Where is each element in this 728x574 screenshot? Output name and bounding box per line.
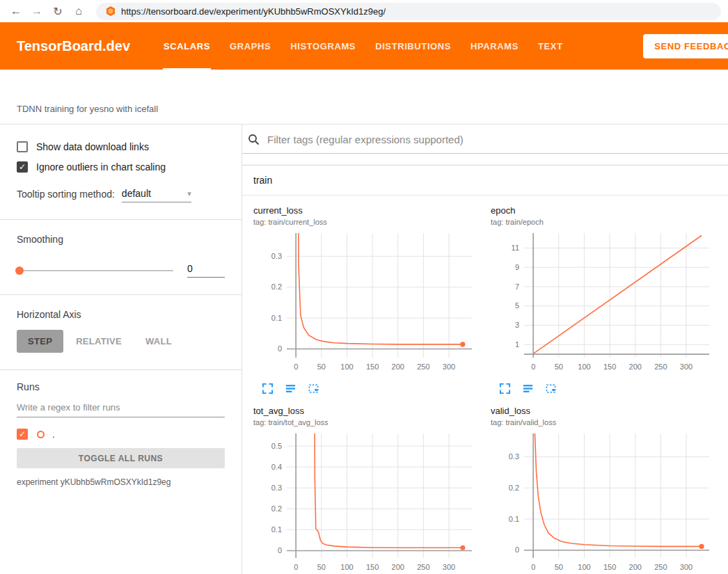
runs-selector-icon[interactable] [285,383,296,394]
svg-text:0: 0 [294,563,298,571]
svg-text:7: 7 [515,282,519,291]
svg-text:0: 0 [515,545,519,554]
svg-text:0.3: 0.3 [271,252,282,260]
tooltip-sorting-select[interactable]: default ▾ [122,188,191,202]
svg-text:250: 250 [417,563,429,571]
axis-relative-button[interactable]: RELATIVE [65,330,133,353]
run-row[interactable]: ✓ . [17,429,225,440]
svg-text:0.4: 0.4 [271,463,282,471]
svg-text:200: 200 [629,362,642,371]
toggle-all-runs-button[interactable]: TOGGLE ALL RUNS [17,448,225,468]
svg-text:0.2: 0.2 [509,484,519,492]
url-text: https://tensorboard.dev/experiment/yKUbh… [121,6,386,17]
tag-group-header[interactable]: train [242,166,728,196]
svg-text:0: 0 [278,344,282,353]
horizontal-axis-label: Horizontal Axis [17,295,225,320]
svg-text:200: 200 [392,362,404,371]
svg-text:300: 300 [443,563,455,571]
runs-regex-input[interactable] [17,392,225,417]
tab-distributions[interactable]: DISTRIBUTIONS [365,22,461,70]
runs-label: Runs [17,370,225,392]
show-download-links-checkbox-row[interactable]: ✓ Show data download links [17,141,225,152]
fit-domain-icon[interactable] [308,383,319,394]
axis-step-button[interactable]: STEP [17,330,63,353]
svg-text:150: 150 [366,563,379,571]
chart-tag: tag: train/epoch [491,218,722,226]
chart-tile-epoch: epoch tag: train/epoch 05010015020025030… [491,205,728,406]
send-feedback-button[interactable]: SEND FEEDBACK [643,34,728,58]
chart-tile-tot-avg-loss: tot_avg_loss tag: train/tot_avg_loss 050… [253,406,491,574]
svg-text:250: 250 [654,563,667,571]
svg-text:100: 100 [340,362,353,371]
line-chart[interactable]: 05010015020025030000.10.20.3 [491,428,722,574]
tab-graphs[interactable]: GRAPHS [220,22,280,70]
ignore-outliers-checkbox-row[interactable]: ✓ Ignore outliers in chart scaling [17,161,225,173]
svg-text:0.1: 0.1 [271,525,282,534]
forward-button[interactable]: → [28,2,46,20]
chart-tile-current-loss: current_loss tag: train/current_loss 050… [253,205,491,406]
address-bar[interactable]: https://tensorboard.dev/experiment/yKUbh… [96,3,721,20]
charts-grid: current_loss tag: train/current_loss 050… [242,196,728,574]
smoothing-label: Smoothing [17,220,225,245]
chevron-down-icon: ▾ [187,189,191,198]
chart-tag: tag: train/valid_loss [491,418,722,426]
ignore-outliers-checkbox[interactable]: ✓ [17,161,28,173]
check-icon: ✓ [19,163,26,171]
tag-group-card: train current_loss tag: train/current_lo… [242,165,728,574]
reload-button[interactable]: ↻ [49,2,67,20]
experiment-id-label: experiment yKUbhb5wRmOSXYkId1z9eg [17,477,225,487]
svg-text:3: 3 [515,321,519,329]
tag-filter-row [242,126,728,154]
tab-histograms[interactable]: HISTOGRAMS [280,22,365,70]
tab-hparams[interactable]: HPARAMS [461,22,528,70]
settings-sidebar: ✓ Show data download links ✓ Ignore outl… [0,125,242,574]
svg-text:0: 0 [278,546,282,555]
home-button[interactable]: ⌂ [70,2,88,20]
svg-text:150: 150 [366,362,379,371]
show-download-links-label: Show data download links [36,141,149,152]
line-chart[interactable]: 05010015020025030000.10.20.30.40.5 [253,428,485,574]
tag-filter-input[interactable] [266,133,722,146]
slider-thumb[interactable] [15,266,24,275]
expand-chart-icon[interactable] [262,383,274,394]
svg-text:300: 300 [443,362,455,371]
chart-title: tot_avg_loss [253,406,485,416]
nav-tabs: SCALARS GRAPHS HISTOGRAMS DISTRIBUTIONS … [154,22,573,70]
line-chart[interactable]: 05010015020025030000.10.20.3 [253,228,485,380]
scalars-dashboard: train current_loss tag: train/current_lo… [242,125,728,574]
svg-text:200: 200 [629,563,642,571]
search-icon [248,134,260,145]
tensorboard-favicon [106,6,116,16]
expand-chart-icon[interactable] [499,383,511,394]
smoothing-value-input[interactable]: 0 [187,263,225,278]
svg-text:0: 0 [531,362,535,371]
back-button[interactable]: ← [7,2,25,20]
check-icon: ✓ [19,430,26,438]
line-chart[interactable]: 0501001502002503001357911 [491,228,722,380]
tooltip-sorting-value: default [122,188,151,199]
chart-title: epoch [491,205,722,216]
svg-text:50: 50 [555,362,563,371]
svg-text:9: 9 [515,263,519,271]
svg-text:0.3: 0.3 [271,484,282,492]
svg-text:150: 150 [603,362,616,371]
svg-text:0.2: 0.2 [271,282,282,291]
run-checkbox[interactable]: ✓ [17,429,28,440]
axis-wall-button[interactable]: WALL [134,330,183,353]
show-download-links-checkbox[interactable]: ✓ [17,141,28,152]
chart-tag: tag: train/current_loss [253,218,485,226]
svg-text:0.2: 0.2 [271,504,282,513]
svg-text:100: 100 [340,563,353,571]
fit-domain-icon[interactable] [545,383,557,394]
svg-text:0.1: 0.1 [271,314,282,322]
tab-text[interactable]: TEXT [528,22,573,70]
experiment-description: TDNN training for yesno with icefall [17,104,158,114]
experiment-subheader: TDNN training for yesno with icefall [0,70,728,125]
svg-text:50: 50 [317,563,326,571]
runs-selector-icon[interactable] [522,383,534,394]
chart-tile-valid-loss: valid_loss tag: train/valid_loss 0501001… [491,406,728,574]
svg-text:0.3: 0.3 [509,452,519,461]
browser-toolbar: ← → ↻ ⌂ https://tensorboard.dev/experime… [0,0,728,22]
tab-scalars[interactable]: SCALARS [154,22,220,70]
smoothing-slider[interactable] [17,270,173,271]
